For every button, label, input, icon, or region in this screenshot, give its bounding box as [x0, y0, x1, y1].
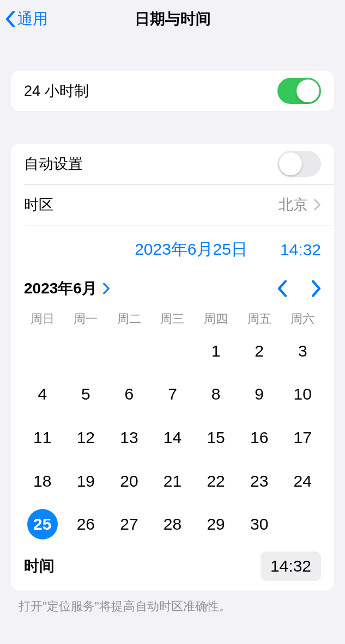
calendar-day[interactable]: 26 [64, 502, 108, 546]
selected-date-button[interactable]: 2023年6月25日 [135, 238, 247, 261]
calendar-day[interactable]: 17 [281, 416, 324, 459]
calendar-day-number: 1 [201, 336, 231, 366]
weekday-label: 周五 [238, 311, 281, 327]
calendar-day[interactable]: 14 [151, 416, 195, 459]
weekday-label: 周六 [281, 311, 324, 327]
calendar-day-number: 27 [114, 509, 144, 539]
calendar-day-number: 6 [114, 379, 144, 409]
calendar-day[interactable]: 9 [238, 373, 281, 416]
calendar-day-number: 5 [70, 379, 101, 409]
calendar-day-number: 20 [114, 466, 144, 496]
weekday-label: 周日 [21, 311, 64, 327]
calendar-day-number: 23 [244, 466, 275, 496]
calendar-day-number: 26 [70, 509, 101, 539]
calendar-day[interactable]: 6 [107, 373, 151, 416]
calendar-day-number: 19 [70, 466, 101, 496]
calendar-day-number: 30 [244, 509, 275, 539]
timezone-value: 北京 [279, 195, 308, 214]
calendar-day-number: 21 [158, 466, 188, 496]
toggle-auto-set[interactable] [277, 151, 321, 177]
calendar-day[interactable]: 5 [64, 373, 108, 416]
time-picker-button[interactable]: 14:32 [261, 551, 321, 581]
back-label: 通用 [17, 9, 48, 29]
calendar-day[interactable]: 4 [21, 373, 64, 416]
calendar-empty-cell [21, 329, 64, 373]
calendar-day[interactable]: 10 [281, 373, 324, 416]
weekday-label: 周三 [151, 311, 195, 327]
calendar-day-number: 4 [27, 379, 58, 409]
calendar-day-number: 24 [287, 466, 318, 496]
calendar-day-number: 12 [70, 422, 101, 453]
calendar-day[interactable]: 20 [107, 459, 151, 503]
calendar-day[interactable]: 15 [194, 416, 238, 459]
calendar-day[interactable]: 11 [21, 416, 64, 459]
page-title: 日期与时间 [0, 9, 345, 29]
next-month-button[interactable] [311, 280, 321, 297]
calendar-day[interactable]: 7 [151, 373, 195, 416]
calendar-day[interactable]: 29 [194, 502, 238, 546]
calendar-day[interactable]: 23 [238, 459, 281, 503]
calendar-day-number: 17 [287, 422, 318, 453]
chevron-right-icon [102, 283, 110, 295]
calendar-day[interactable]: 1 [194, 329, 238, 373]
footnote-text: 打开"定位服务"将提高自动时区准确性。 [0, 591, 345, 615]
weekday-label: 周一 [64, 311, 108, 327]
calendar-day[interactable]: 19 [64, 459, 108, 503]
calendar-day-number: 3 [287, 336, 318, 366]
row-label-24-hour: 24 小时制 [24, 81, 89, 101]
calendar-day[interactable]: 16 [238, 416, 281, 459]
calendar-day-number: 15 [201, 422, 231, 453]
calendar-day[interactable]: 22 [194, 459, 238, 503]
month-picker-button[interactable]: 2023年6月 [24, 278, 110, 299]
calendar-day[interactable]: 25 [21, 502, 64, 546]
calendar-empty-cell [107, 329, 151, 373]
calendar-day[interactable]: 28 [151, 502, 195, 546]
calendar-day[interactable]: 30 [238, 502, 281, 546]
chevron-left-icon [277, 280, 287, 297]
calendar-day-number: 25 [27, 509, 58, 539]
calendar-day[interactable]: 8 [194, 373, 238, 416]
weekday-label: 周四 [194, 311, 238, 327]
calendar-day[interactable]: 13 [107, 416, 151, 459]
chevron-right-icon [313, 199, 321, 211]
calendar-day[interactable]: 2 [238, 329, 281, 373]
calendar-day-number: 10 [287, 379, 318, 409]
calendar-day-number: 14 [158, 422, 188, 453]
calendar-day-number: 2 [244, 336, 275, 366]
chevron-left-icon [5, 11, 15, 27]
calendar-day[interactable]: 12 [64, 416, 108, 459]
row-auto-set: 自动设置 [11, 144, 334, 184]
back-button[interactable]: 通用 [5, 9, 48, 29]
time-row-label: 时间 [24, 556, 55, 576]
calendar-day-number: 22 [201, 466, 231, 496]
row-label-auto-set: 自动设置 [24, 154, 83, 174]
row-timezone[interactable]: 时区 北京 [11, 185, 334, 225]
calendar-day-number: 11 [27, 422, 58, 453]
toggle-24-hour[interactable] [277, 78, 321, 104]
calendar-day-number: 8 [201, 379, 231, 409]
selected-time-button[interactable]: 14:32 [280, 241, 321, 259]
chevron-right-icon [311, 280, 321, 297]
calendar-day[interactable]: 3 [281, 329, 324, 373]
prev-month-button[interactable] [277, 280, 287, 297]
calendar-day[interactable]: 21 [151, 459, 195, 503]
calendar-empty-cell [151, 329, 195, 373]
calendar-day[interactable]: 24 [281, 459, 324, 503]
row-label-timezone: 时区 [24, 195, 53, 214]
calendar-day[interactable]: 27 [107, 502, 151, 546]
calendar-day-number: 7 [158, 379, 188, 409]
calendar-empty-cell [64, 329, 108, 373]
calendar-day-number: 29 [201, 509, 231, 539]
weekday-label: 周二 [107, 311, 151, 327]
calendar-day-number: 28 [158, 509, 188, 539]
row-24-hour: 24 小时制 [11, 71, 334, 111]
month-title-label: 2023年6月 [24, 278, 97, 299]
calendar-day-number: 13 [114, 422, 144, 453]
calendar-day-number: 9 [244, 379, 275, 409]
calendar-day-number: 16 [244, 422, 275, 453]
selected-date-time-row: 2023年6月25日 14:32 [11, 225, 334, 271]
calendar-day-number: 18 [27, 466, 58, 496]
calendar-day[interactable]: 18 [21, 459, 64, 503]
